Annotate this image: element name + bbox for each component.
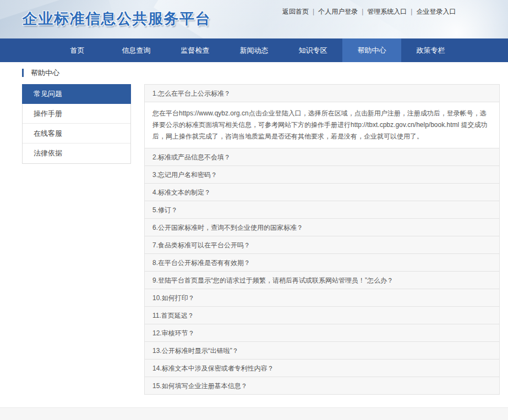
header-quick-links: 返回首页|个人用户登录|管理系统入口|企业登录入口 (282, 7, 456, 16)
faq-question-1[interactable]: 1.怎么在平台上公示标准？ (145, 85, 499, 102)
nav-item-knowledge[interactable]: 知识专区 (283, 38, 342, 62)
faq-question-6[interactable]: 6.公开国家标准时，查询不到企业使用的国家标准？ (145, 219, 499, 236)
link-return-home[interactable]: 返回首页 (282, 8, 309, 15)
footer-strip (0, 407, 508, 420)
faq-question-3[interactable]: 3.忘记用户名和密码？ (145, 166, 499, 184)
link-enterprise-login[interactable]: 企业登录入口 (416, 8, 456, 15)
nav-item-news[interactable]: 新闻动态 (225, 38, 283, 62)
site-logo-title: 企业标准信息公共服务平台 (23, 9, 211, 29)
link-separator: | (313, 8, 314, 15)
sidebar-item-faq[interactable]: 常见问题 (22, 84, 131, 104)
faq-list: 1.怎么在平台上公示标准？ 您在平台https://www.qybz.org.c… (144, 84, 500, 395)
sidebar-item-manual[interactable]: 操作手册 (23, 104, 130, 124)
faq-question-2[interactable]: 2.标准或产品信息不会填？ (145, 148, 499, 166)
nav-item-info-query[interactable]: 信息查询 (107, 38, 166, 62)
header-decoration (374, 0, 508, 38)
sidebar-item-legal-basis[interactable]: 法律依据 (23, 143, 130, 163)
help-sidebar: 常见问题 操作手册 在线客服 法律依据 (22, 84, 131, 164)
faq-question-9[interactable]: 9.登陆平台首页显示“您的请求过于频繁，请稍后再试或联系网站管理员！”怎么办？ (145, 272, 499, 289)
link-separator: | (362, 8, 363, 15)
page: 企业标准信息公共服务平台 返回首页|个人用户登录|管理系统入口|企业登录入口 首… (0, 0, 508, 420)
header-banner: 企业标准信息公共服务平台 返回首页|个人用户登录|管理系统入口|企业登录入口 (0, 0, 508, 38)
faq-answer-1: 您在平台https://www.qybz.org.cn点击企业登陆入口，选择所在… (145, 102, 499, 148)
faq-question-8[interactable]: 8.在平台公开标准是否有有效期？ (145, 254, 499, 272)
nav-item-help-center[interactable]: 帮助中心 (342, 38, 401, 62)
main-content: 常见问题 操作手册 在线客服 法律依据 1.怎么在平台上公示标准？ 您在平台ht… (0, 84, 508, 395)
main-nav-items: 首页 信息查询 监督检查 新闻动态 知识专区 帮助中心 政策专栏 (48, 38, 460, 62)
breadcrumb-accent-bar (22, 69, 24, 77)
faq-question-12[interactable]: 12.审核环节？ (145, 324, 499, 342)
faq-question-4[interactable]: 4.标准文本的制定？ (145, 184, 499, 201)
link-personal-login[interactable]: 个人用户登录 (318, 8, 358, 15)
faq-question-15[interactable]: 15.如何填写企业注册基本信息？ (145, 377, 499, 395)
nav-item-supervision[interactable]: 监督检查 (166, 38, 225, 62)
link-admin-entry[interactable]: 管理系统入口 (367, 8, 407, 15)
faq-question-10[interactable]: 10.如何打印？ (145, 289, 499, 307)
faq-question-13[interactable]: 13.公开标准时显示“出错啦”？ (145, 342, 499, 360)
faq-question-5[interactable]: 5.修订？ (145, 201, 499, 219)
nav-item-home[interactable]: 首页 (48, 38, 107, 62)
breadcrumb: 帮助中心 (22, 68, 508, 78)
breadcrumb-label: 帮助中心 (31, 68, 59, 78)
faq-question-7[interactable]: 7.食品类标准可以在平台公开吗？ (145, 236, 499, 254)
nav-item-policy[interactable]: 政策专栏 (401, 38, 460, 62)
faq-question-14[interactable]: 14.标准文本中涉及保密或者专利性内容？ (145, 360, 499, 377)
main-nav: 首页 信息查询 监督检查 新闻动态 知识专区 帮助中心 政策专栏 (0, 38, 508, 62)
link-separator: | (411, 8, 412, 15)
faq-question-11[interactable]: 11.首页延迟？ (145, 307, 499, 324)
sidebar-item-online-service[interactable]: 在线客服 (23, 124, 130, 143)
